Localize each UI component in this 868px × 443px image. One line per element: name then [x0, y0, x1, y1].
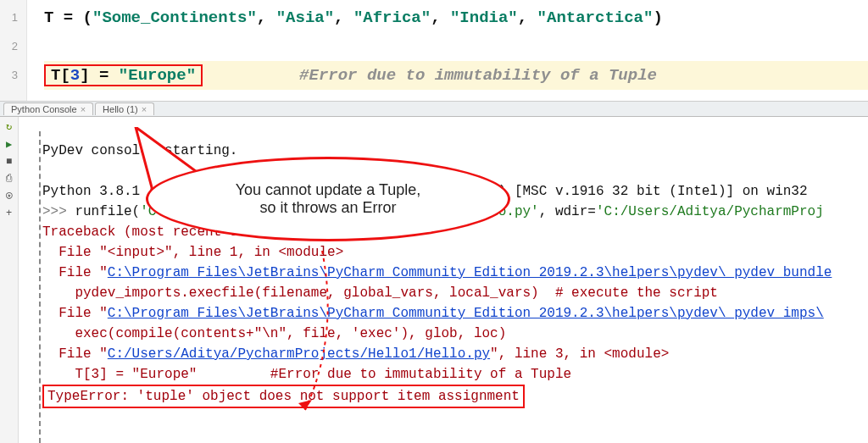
console-line: >>> runfile('C:/Users/Aditya/PycharmProj…: [42, 204, 824, 219]
print-icon[interactable]: ⎙: [6, 173, 12, 185]
code-line-1: T = ("Some_Continents", "Asia", "Africa"…: [44, 3, 868, 32]
highlight-box-assignment: T[3] = "Europe": [44, 64, 203, 86]
close-icon[interactable]: ×: [81, 104, 86, 114]
highlight-box-error: TypeError: 'tuple' object does not suppo…: [42, 385, 525, 408]
console-pane: ↻ ▶ ■ ⎙ ⍟ + PyDev console: starting. Pyt…: [0, 117, 868, 443]
console-line: File "C:\Program Files\JetBrains\PyCharm…: [42, 265, 832, 280]
line-gutter: 1 2 3: [0, 0, 27, 101]
traceback-link[interactable]: C:\Program Files\JetBrains\PyCharm Commu…: [108, 306, 824, 321]
traceback-link[interactable]: C:/Users/Aditya/PycharmProjects/Hello1/H…: [108, 346, 490, 362]
console-line: File "C:\Program Files\JetBrains\PyCharm…: [42, 306, 824, 321]
tab-hello[interactable]: Hello (1)×: [95, 102, 154, 115]
console-line: File "C:/Users/Aditya/PycharmProjects/He…: [42, 346, 669, 362]
console-line: Traceback (most recent call last):: [42, 224, 319, 240]
code-area[interactable]: T = ("Some_Continents", "Asia", "Africa"…: [27, 0, 868, 101]
tab-python-console[interactable]: Python Console×: [3, 102, 93, 115]
console-line: exec(compile(contents+"\n", file, 'exec'…: [42, 326, 506, 341]
console-line: Python 3.8.1 (tags/v3.8.1:1b293b6, Dec 1…: [42, 184, 808, 199]
add-icon[interactable]: +: [6, 208, 12, 219]
console-tabs: Python Console× Hello (1)×: [0, 102, 868, 117]
settings-icon[interactable]: ⍟: [6, 190, 12, 202]
code-editor[interactable]: 1 2 3 T = ("Some_Continents", "Asia", "A…: [0, 0, 868, 102]
stop-icon[interactable]: ■: [6, 156, 12, 168]
rerun-icon[interactable]: ↻: [6, 120, 12, 133]
console-output[interactable]: PyDev console: starting. Python 3.8.1 (t…: [19, 117, 868, 443]
console-toolbar: ↻ ▶ ■ ⎙ ⍟ +: [0, 117, 19, 443]
code-line-3: T[3] = "Europe" #Error due to immutabili…: [44, 61, 868, 90]
run-icon[interactable]: ▶: [6, 138, 12, 151]
gutter-dash-line: [39, 131, 41, 443]
console-line: File "<input>", line 1, in <module>: [42, 245, 343, 260]
code-line-2: [44, 32, 868, 61]
close-icon[interactable]: ×: [142, 104, 147, 114]
console-line: PyDev console: starting.: [42, 143, 237, 158]
console-line: pydev_imports.execfile(filename, global_…: [42, 285, 718, 301]
traceback-link[interactable]: C:\Program Files\JetBrains\PyCharm Commu…: [108, 265, 832, 280]
console-line: T[3] = "Europe" #Error due to immutabili…: [42, 367, 571, 382]
